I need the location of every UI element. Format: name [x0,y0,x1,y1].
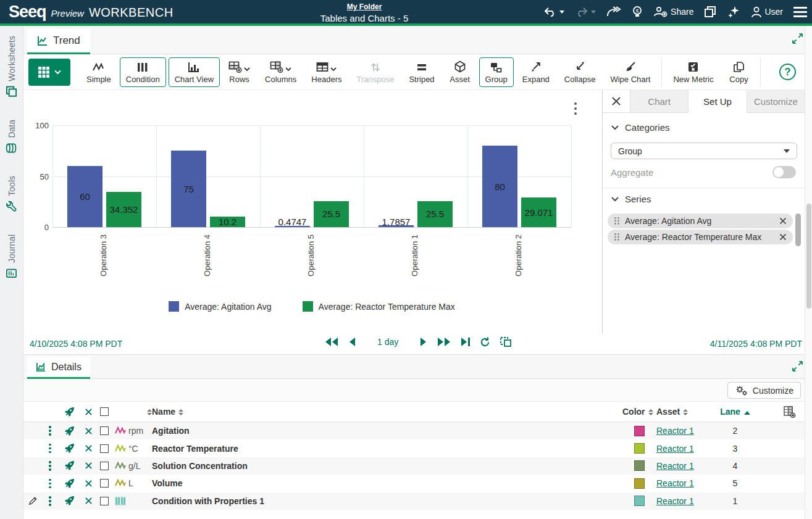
share-button[interactable]: Share [653,6,693,17]
row-options-kebab-menu[interactable] [42,496,58,506]
series-chip[interactable]: Average: Reactor Temperature Max [608,230,793,244]
add-column-icon[interactable] [755,405,805,418]
toolbar-button-copy[interactable]: Copy [722,57,755,87]
row-checkbox[interactable] [100,479,109,488]
suggestions-lightbulb-icon[interactable]: $ [632,6,643,18]
row-checkbox[interactable] [100,497,109,505]
asset-link[interactable]: Reactor 1 [656,496,694,506]
customize-columns-button[interactable]: Customize [727,382,801,399]
user-menu[interactable]: User [751,6,783,18]
sort-unit-icon[interactable] [128,407,152,417]
drag-handle-icon[interactable] [614,233,620,241]
toolbar-button-columns[interactable]: Columns [259,57,303,87]
sidebar-item-worksheets[interactable]: Worksheets [6,36,17,98]
ai-sparkles-icon[interactable] [727,5,740,19]
color-swatch[interactable] [622,426,656,436]
remove-all-icon[interactable] [80,408,96,416]
setup-tab-chart[interactable]: Chart [630,90,688,112]
copy-time-range-icon[interactable] [500,336,512,347]
row-options-kebab-menu[interactable] [42,479,58,489]
color-swatch-box[interactable] [634,443,645,454]
range-start-datetime[interactable]: 4/10/2025 4:08 PM PDT [30,339,122,349]
toolbar-button-condition[interactable]: Condition [120,57,166,87]
undo-caret-icon[interactable] [559,10,564,14]
help-button[interactable]: ? [779,64,796,80]
step-back-fast-icon[interactable] [324,337,339,347]
color-swatch[interactable] [622,460,656,471]
toolbar-button-chart-view[interactable]: Chart View [169,57,220,87]
color-swatch-box[interactable] [634,478,645,489]
toolbar-button-asset[interactable]: Asset [443,57,477,87]
rocket-icon[interactable] [58,460,80,471]
asset-link[interactable]: Reactor 1 [656,426,694,436]
color-swatch-box[interactable] [634,460,645,471]
hamburger-menu-icon[interactable] [793,7,807,17]
undo-button[interactable] [543,6,564,17]
toolbar-button-simple[interactable]: Simple [80,57,117,87]
breadcrumb-folder-link[interactable]: My Folder [347,2,382,11]
row-checkbox[interactable] [100,462,109,470]
remove-item-icon[interactable] [80,480,96,488]
color-swatch-box[interactable] [634,426,645,436]
item-name[interactable]: Reactor Temperature [152,444,622,454]
range-end-datetime[interactable]: 4/11/2025 4:08 PM PDT [710,339,802,349]
series-section-header[interactable]: Series [611,194,651,204]
duration-label[interactable]: 1 day [377,337,398,347]
toolbar-button-new-metric[interactable]: New Metric [667,57,719,87]
page-scrollbar[interactable] [805,26,812,519]
aggregate-toggle[interactable] [772,166,796,178]
rocket-header-icon[interactable] [58,407,80,417]
setup-tab-set-up[interactable]: Set Up [688,90,746,113]
row-options-kebab-menu[interactable] [42,426,58,436]
rocket-icon[interactable] [58,443,80,454]
toolbar-button-headers[interactable]: Headers [305,57,348,87]
toolbar-button-striped[interactable]: Striped [403,57,440,87]
edit-pencil-icon[interactable] [23,496,42,505]
toolbar-button-collapse[interactable]: Collapse [558,57,602,87]
item-name[interactable]: Solution Concentration [152,461,622,471]
page-scrollbar-thumb[interactable] [806,204,811,309]
toolbar-button-group[interactable]: Group [479,57,514,87]
chart-options-kebab-menu[interactable] [572,100,579,117]
sidebar-item-data[interactable]: Data [6,120,17,154]
worksheets-windows-icon[interactable] [704,6,716,18]
legend-item[interactable]: Average: Reactor Temperature Max [303,301,455,312]
maximize-trend-icon[interactable] [792,33,803,47]
toolbar-button-rows[interactable]: Rows [222,57,256,87]
toolbar-button-expand[interactable]: Expand [516,57,556,87]
redo-button[interactable] [575,6,596,17]
categories-section-header[interactable]: Categories [611,122,670,133]
row-checkbox[interactable] [100,426,109,435]
share-forward-icon[interactable] [606,6,621,17]
asset-link[interactable]: Reactor 1 [656,444,694,454]
series-chip[interactable]: Average: Agitation Avg [608,214,793,228]
redo-caret-icon[interactable] [591,10,596,14]
step-to-end-icon[interactable] [461,337,471,347]
sidebar-item-journal[interactable]: Journal [6,235,17,279]
tab-trend[interactable]: Trend [27,29,90,54]
close-panel-icon[interactable] [603,90,630,112]
setup-tab-customize[interactable]: Customize [747,90,805,112]
series-scrollbar-thumb[interactable] [795,214,801,246]
select-all-checkbox[interactable] [100,407,109,416]
refresh-icon[interactable] [480,337,490,347]
remove-series-icon[interactable] [779,233,787,241]
step-forward-icon[interactable] [420,337,427,347]
color-swatch[interactable] [622,478,656,489]
item-name[interactable]: Agitation [152,426,622,436]
remove-item-icon[interactable] [80,462,96,470]
rocket-icon[interactable] [58,496,80,506]
column-header-color[interactable]: Color [622,407,656,417]
row-checkbox[interactable] [100,444,109,453]
color-swatch-box[interactable] [634,496,645,506]
item-name[interactable]: Volume [152,478,622,488]
asset-link[interactable]: Reactor 1 [656,461,694,471]
step-back-icon[interactable] [348,337,356,347]
remove-item-icon[interactable] [80,427,96,435]
remove-series-icon[interactable] [779,217,787,225]
color-swatch[interactable] [622,443,656,454]
step-forward-fast-icon[interactable] [437,337,451,347]
table-view-dropdown-button[interactable] [28,59,70,86]
color-swatch[interactable] [622,496,656,506]
category-dropdown[interactable]: Group [611,143,797,159]
